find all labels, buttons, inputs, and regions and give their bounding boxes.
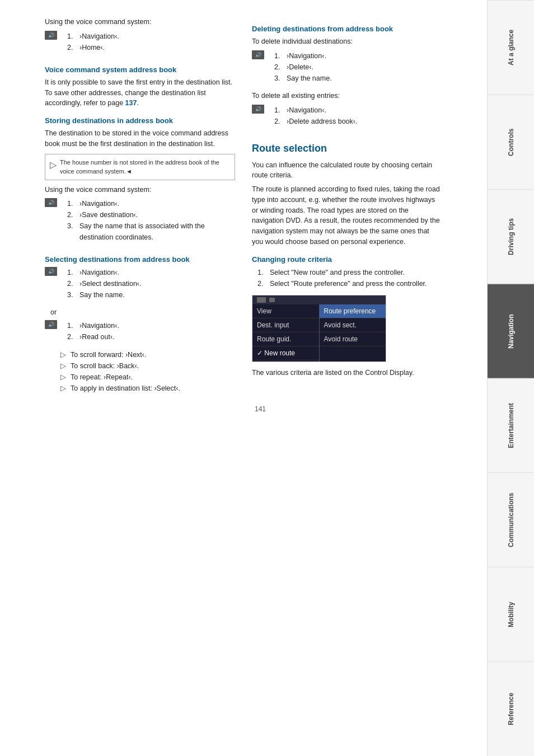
criteria-step-1: 1. Select "New route" and press the cont… — [257, 267, 442, 278]
note-text: The house number is not stored in the ad… — [60, 158, 230, 176]
sub-step-forward: ▷ To scroll forward: ›Next‹. — [60, 349, 235, 360]
storing-steps: 1. ›Navigation‹. 2. ›Save destination‹. … — [62, 198, 235, 243]
del-step-2: 2. ›Delete‹. — [274, 62, 332, 73]
right-column: Deleting destinations from address book … — [252, 17, 442, 394]
screen-header — [252, 295, 386, 304]
selecting-voice-row-1: 🔊 1. ›Navigation‹. 2. ›Select destinatio… — [45, 267, 235, 305]
screen-item-dest-input: Dest. input — [252, 318, 319, 332]
sidebar-tab-entertainment[interactable]: Entertainment — [488, 378, 534, 473]
voice-icon-6: 🔊 — [252, 105, 264, 114]
arrow-icon-3: ▷ — [60, 372, 68, 383]
voice-icon-2: 🔊 — [45, 198, 57, 207]
voice-address-book-body: It is only possible to save the first en… — [45, 77, 235, 109]
sidebar-tab-navigation[interactable]: Navigation — [488, 284, 534, 378]
screen-item-avoid-route: Avoid route — [320, 332, 386, 346]
criteria-step-2: 2. Select "Route preference" and press t… — [257, 278, 442, 289]
sidebar-tab-at-a-glance[interactable]: At a glance — [488, 0, 534, 95]
voice-icon-1: 🔊 — [45, 31, 57, 40]
del-step-1: 1. ›Navigation‹. — [274, 50, 332, 62]
sel-step-1: 1. ›Navigation‹. — [67, 267, 141, 278]
route-selection-heading: Route selection — [252, 143, 442, 154]
sel-step-3: 3. Say the name. — [67, 289, 141, 300]
arrow-icon-1: ▷ — [60, 349, 68, 360]
note-triangle-icon: ▷ — [50, 158, 57, 172]
sel-step-2: 2. ›Select destination‹. — [67, 278, 141, 289]
sel2-step-2: 2. ›Read out‹. — [67, 331, 119, 342]
del-all-step-2: 2. ›Delete address book‹. — [274, 116, 357, 127]
intro-step-2: 2. ›Home‹. — [67, 42, 119, 53]
route-para2: The route is planned according to fixed … — [252, 184, 442, 247]
page-container: Using the voice command system: 🔊 1. ›Na… — [0, 0, 534, 756]
ref-link-137[interactable]: 137 — [125, 99, 137, 107]
screen-right-panel: Route preference Avoid sect. Avoid route — [320, 304, 386, 362]
screen-item-avoid-sect: Avoid sect. — [320, 318, 386, 332]
arrow-icon-2: ▷ — [60, 360, 68, 372]
screen-body: View Dest. input Route guid. New route I… — [252, 304, 386, 362]
screen-header-icon2 — [269, 298, 275, 302]
deleting-steps-all: 1. ›Navigation‹. 2. ›Delete address book… — [269, 105, 357, 127]
voice-icon-4: 🔊 — [45, 320, 57, 329]
screen-caption: The various criteria are listed on the C… — [252, 368, 442, 378]
deleting-voice-row-1: 🔊 1. ›Navigation‹. 2. ›Delete‹. 3. Say — [252, 50, 442, 88]
storing-step-1: 1. ›Navigation‹. — [67, 198, 235, 209]
screen-left-panel: View Dest. input Route guid. New route I… — [252, 304, 320, 362]
screen-mockup: View Dest. input Route guid. New route I… — [252, 295, 386, 362]
deleting-heading: Deleting destinations from address book — [252, 25, 442, 33]
intro-step-1: 1. ›Navigation‹. — [67, 31, 119, 42]
screen-item-route-preference: Route preference — [320, 304, 386, 318]
sidebar-tab-controls[interactable]: Controls — [488, 95, 534, 189]
screen-item-information: Information — [252, 360, 319, 362]
del-all-step-1: 1. ›Navigation‹. — [274, 105, 357, 116]
screen-header-icon — [257, 297, 266, 303]
deleting-voice-row-2: 🔊 1. ›Navigation‹. 2. ›Delete address bo… — [252, 105, 442, 132]
deleting-individual-label: To delete individual destinations: — [252, 36, 442, 47]
criteria-steps: 1. Select "New route" and press the cont… — [252, 267, 442, 289]
storing-step-3: 3. Say the name that is associated with … — [67, 220, 235, 243]
storing-step-2: 2. ›Save destination‹. — [67, 209, 235, 220]
intro-voice-row: 🔊 1. ›Navigation‹. 2. ›Home‹. — [45, 31, 235, 58]
note-box: ▷ The house number is not stored in the … — [45, 154, 235, 180]
storing-heading: Storing destinations in address book — [45, 116, 235, 125]
selecting-voice-row-2: 🔊 1. ›Navigation‹. 2. ›Read out‹. — [45, 320, 235, 347]
sidebar-tab-communications[interactable]: Communications — [488, 472, 534, 567]
selecting-heading: Selecting destinations from address book — [45, 255, 235, 264]
storing-voice-row: 🔊 1. ›Navigation‹. 2. ›Save destination‹… — [45, 198, 235, 247]
storing-using-label: Using the voice command system: — [45, 185, 235, 195]
right-sidebar: At a glance Controls Driving tips Naviga… — [487, 0, 534, 756]
sidebar-tab-driving-tips[interactable]: Driving tips — [488, 189, 534, 284]
selecting-sub-steps: ▷ To scroll forward: ›Next‹. ▷ To scroll… — [60, 349, 235, 394]
or-label: or — [50, 307, 235, 318]
del-step-3: 3. Say the name. — [274, 73, 332, 84]
screen-item-route-guid: Route guid. — [252, 332, 319, 346]
deleting-all-label: To delete all existing entries: — [252, 91, 442, 101]
left-column: Using the voice command system: 🔊 1. ›Na… — [45, 17, 235, 394]
screen-item-view: View — [252, 304, 319, 318]
voice-icon-3: 🔊 — [45, 267, 57, 276]
selecting-steps-1: 1. ›Navigation‹. 2. ›Select destination‹… — [62, 267, 141, 300]
screen-item-new-route: New route — [252, 346, 319, 360]
sel2-step-1: 1. ›Navigation‹. — [67, 320, 119, 331]
sub-step-repeat: ▷ To repeat: ›Repeat‹. — [60, 372, 235, 383]
main-content: Using the voice command system: 🔊 1. ›Na… — [0, 0, 487, 756]
selecting-steps-2: 1. ›Navigation‹. 2. ›Read out‹. — [62, 320, 119, 342]
storing-body: The destination to be stored in the voic… — [45, 128, 235, 149]
arrow-icon-4: ▷ — [60, 383, 68, 394]
sub-step-apply: ▷ To apply in destination list: ›Select‹… — [60, 383, 235, 394]
voice-address-book-heading: Voice command system address book — [45, 65, 235, 74]
sub-step-back: ▷ To scroll back: ›Back‹. — [60, 360, 235, 372]
sidebar-tab-mobility[interactable]: Mobility — [488, 567, 534, 661]
route-para1: You can influence the calculated route b… — [252, 160, 442, 181]
voice-icon-5: 🔊 — [252, 50, 264, 59]
intro-label: Using the voice command system: — [45, 17, 235, 27]
sidebar-tab-reference[interactable]: Reference — [488, 661, 534, 756]
changing-criteria-heading: Changing route criteria — [252, 255, 442, 264]
deleting-steps-individual: 1. ›Navigation‹. 2. ›Delete‹. 3. Say the… — [269, 50, 332, 84]
page-number: 141 — [45, 405, 476, 413]
intro-steps: 1. ›Navigation‹. 2. ›Home‹. — [62, 31, 119, 53]
two-column-layout: Using the voice command system: 🔊 1. ›Na… — [45, 17, 476, 394]
